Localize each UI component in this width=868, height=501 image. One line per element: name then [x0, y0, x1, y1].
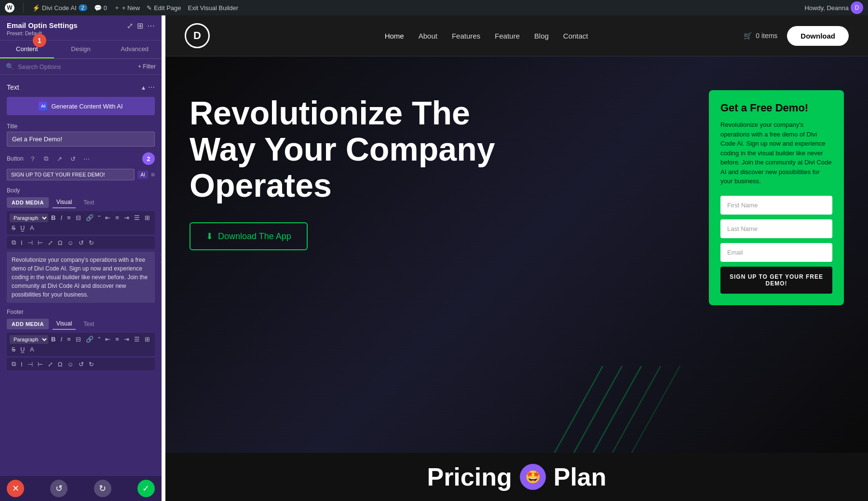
footer-outdent-btn[interactable]: ⊢ — [36, 360, 45, 369]
text-view-tab[interactable]: Text — [80, 197, 98, 208]
align-center-btn[interactable]: ≡ — [113, 213, 121, 222]
nav-home[interactable]: Home — [385, 32, 404, 40]
section-more-icon[interactable]: ⋯ — [148, 83, 155, 91]
text-section-header[interactable]: Text ▴ ⋯ — [0, 80, 162, 95]
body-editor-content[interactable]: Revolutionize your company's operations … — [7, 252, 155, 303]
footer-add-media-button[interactable]: ADD MEDIA — [7, 319, 49, 329]
footer-indent-btn[interactable]: ⊣ — [26, 360, 35, 369]
footer-bold-btn[interactable]: B — [49, 335, 57, 344]
tab-advanced[interactable]: Advanced — [108, 41, 162, 58]
new-post-button[interactable]: ＋ + New — [114, 3, 140, 12]
last-name-input[interactable] — [720, 219, 832, 238]
site-name[interactable]: ⚡ Divi Code AI 2 — [32, 4, 87, 12]
generate-ai-button[interactable]: AI Generate Content With AI — [7, 97, 155, 115]
footer-undo-btn[interactable]: ↺ — [77, 360, 86, 369]
edit-page-button[interactable]: ✎ Edit Page — [147, 4, 181, 12]
italic-btn[interactable]: I — [58, 213, 64, 222]
footer-copy-btn[interactable]: ⧉ — [10, 359, 18, 369]
footer-strikethrough[interactable]: S̶ — [10, 345, 17, 354]
email-input[interactable] — [720, 243, 832, 262]
footer-justify[interactable]: ☰ — [132, 335, 142, 344]
button-dots-icon[interactable]: ⋯ — [81, 153, 92, 164]
footer-fullscreen-btn[interactable]: ⤢ — [46, 360, 55, 369]
first-name-input[interactable] — [720, 196, 832, 215]
drag-handle[interactable]: ⋮⋮ — [162, 15, 165, 501]
ordered-list-btn[interactable]: ⊟ — [74, 213, 83, 222]
footer-align-right[interactable]: ⇥ — [122, 335, 131, 344]
copy-format-btn[interactable]: ⧉ — [10, 238, 18, 247]
add-media-button[interactable]: ADD MEDIA — [7, 197, 49, 208]
undo-editor-btn[interactable]: ↺ — [77, 238, 86, 247]
table-btn[interactable]: ⊞ — [143, 213, 152, 222]
nav-features[interactable]: Features — [452, 32, 480, 40]
footer-text-tab[interactable]: Text — [80, 319, 98, 329]
bold-btn[interactable]: B — [49, 213, 57, 222]
button-text-input[interactable] — [7, 169, 135, 180]
filter-button[interactable]: + Filter — [138, 63, 156, 70]
footer-italic-btn[interactable]: I — [58, 335, 64, 344]
footer-emoji-btn[interactable]: ☺ — [65, 360, 75, 369]
justify-btn[interactable]: ☰ — [132, 213, 142, 222]
tab-design[interactable]: Design — [54, 41, 108, 58]
button-reset-icon[interactable]: ↺ — [68, 153, 79, 164]
demo-submit-button[interactable]: SIGN UP TO GET YOUR FREE DEMO! — [720, 267, 832, 294]
link-btn[interactable]: 🔗 — [84, 213, 95, 222]
paragraph-select[interactable]: Paragraph Heading 1 Heading 2 — [10, 214, 48, 222]
footer-font-color[interactable]: A — [28, 345, 36, 354]
wp-icon[interactable]: W — [5, 3, 14, 13]
omega-btn[interactable]: Ω — [56, 238, 65, 247]
button-copy-icon[interactable]: ⧉ — [41, 153, 52, 164]
blockquote-btn[interactable]: " — [96, 213, 103, 222]
font-color-btn[interactable]: A — [28, 223, 36, 232]
fullscreen-editor-btn[interactable]: ⤢ — [46, 238, 55, 247]
howdy-user[interactable]: Howdy, Deanna D — [804, 1, 863, 14]
nav-about[interactable]: About — [419, 32, 437, 40]
footer-align-left[interactable]: ⇤ — [103, 335, 112, 344]
footer-link-btn[interactable]: 🔗 — [84, 335, 95, 344]
footer-italic2-btn[interactable]: I — [19, 360, 25, 369]
download-nav-button[interactable]: Download — [787, 26, 849, 46]
underline-btn[interactable]: U̲ — [18, 223, 27, 232]
button-clear-btn[interactable]: ≡ — [151, 171, 155, 178]
indent-btn[interactable]: I — [19, 238, 25, 247]
search-input[interactable] — [18, 63, 134, 70]
footer-align-center[interactable]: ≡ — [113, 335, 121, 344]
nav-blog[interactable]: Blog — [534, 32, 549, 40]
undo-button[interactable]: ↺ — [50, 480, 68, 497]
button-ai-btn[interactable]: AI — [137, 171, 148, 179]
comments-icon[interactable]: 💬 0 — [94, 4, 107, 12]
strikethrough-btn[interactable]: S̶ — [10, 223, 17, 232]
footer-omega-btn[interactable]: Ω — [56, 360, 65, 369]
emoji-btn[interactable]: ☺ — [65, 238, 75, 247]
collapse-icon[interactable]: ▴ — [142, 83, 145, 91]
footer-blockquote-btn[interactable]: " — [96, 335, 103, 344]
redo-editor-btn[interactable]: ↻ — [87, 238, 96, 247]
unordered-list-btn[interactable]: ≡ — [65, 213, 73, 222]
footer-visual-tab[interactable]: Visual — [53, 318, 76, 330]
footer-underline[interactable]: U̲ — [18, 345, 27, 354]
exit-builder-button[interactable]: Exit Visual Builder — [188, 4, 239, 12]
title-input[interactable] — [7, 132, 155, 147]
panel-more-icon[interactable]: ⋯ — [147, 21, 155, 30]
footer-ordered-btn[interactable]: ⊟ — [74, 335, 83, 344]
redo-button[interactable]: ↻ — [94, 480, 111, 497]
indent2-btn[interactable]: ⊢ — [36, 238, 45, 247]
nav-contact[interactable]: Contact — [563, 32, 588, 40]
outdent-btn[interactable]: ⊣ — [26, 238, 35, 247]
visual-view-tab[interactable]: Visual — [53, 197, 76, 208]
nav-feature[interactable]: Feature — [495, 32, 520, 40]
footer-unordered-btn[interactable]: ≡ — [65, 335, 73, 344]
close-button[interactable]: ✕ — [7, 480, 24, 497]
align-right-btn[interactable]: ⇥ — [122, 213, 131, 222]
footer-table[interactable]: ⊞ — [143, 335, 152, 344]
footer-paragraph-select[interactable]: Paragraph — [10, 335, 48, 344]
align-left-btn[interactable]: ⇤ — [103, 213, 112, 222]
cart-area[interactable]: 🛒 0 items — [744, 32, 777, 40]
save-button[interactable]: ✓ — [137, 480, 155, 497]
footer-redo-btn[interactable]: ↻ — [87, 360, 96, 369]
panel-fullscreen-icon[interactable]: ⤢ — [127, 21, 133, 30]
panel-columns-icon[interactable]: ⊞ — [137, 21, 143, 30]
download-app-button[interactable]: ⬇ Download The App — [190, 222, 308, 250]
button-arrow-icon[interactable]: ↗ — [54, 153, 65, 164]
button-help-icon[interactable]: ? — [27, 153, 38, 164]
